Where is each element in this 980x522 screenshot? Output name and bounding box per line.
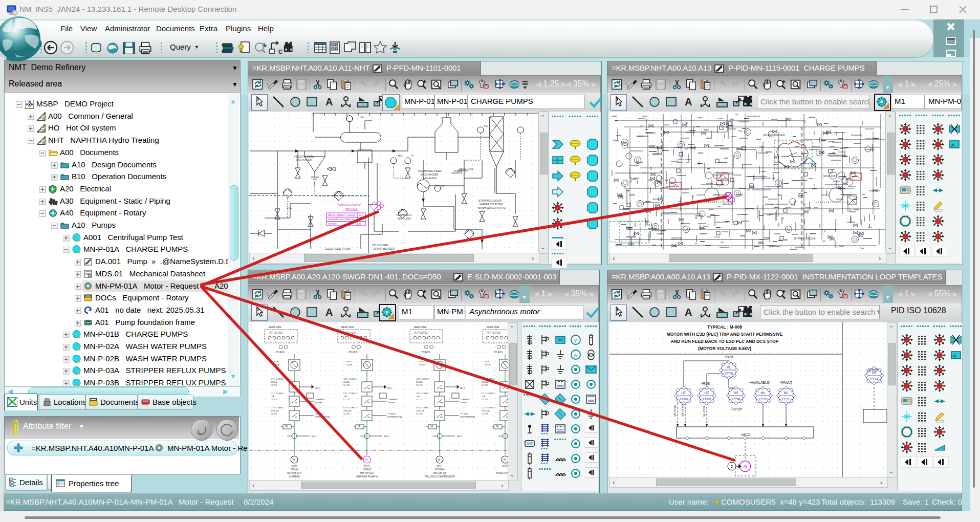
svg-text:CL 1.0: CL 1.0 bbox=[271, 398, 277, 401]
svg-text:CT1, CORE-1: CT1, CORE-1 bbox=[482, 378, 495, 380]
svg-text:630 A: 630 A bbox=[346, 363, 352, 366]
svg-text:UC: UC bbox=[704, 391, 709, 395]
svg-text:MTR: MTR bbox=[503, 464, 508, 467]
svg-text:16″-PAN-100013-B: 16″-PAN-100013-B bbox=[794, 237, 816, 240]
svg-text:CT1, CORE-1: CT1, CORE-1 bbox=[416, 378, 430, 380]
svg-text:~STOP: ~STOP bbox=[730, 407, 742, 411]
svg-text:VCB: VCB bbox=[485, 360, 489, 363]
svg-text:MTR: MTR bbox=[437, 464, 443, 467]
svg-text:POWER: POWER bbox=[328, 223, 337, 225]
svg-text:ML-YYYA: ML-YYYA bbox=[703, 405, 706, 417]
svg-text:AND RUN FEED BACK TO ESD PLC A: AND RUN FEED BACK TO ESD PLC AND DCS STO… bbox=[671, 339, 779, 344]
svg-text:DRAIN HEADER: DRAIN HEADER bbox=[374, 247, 395, 250]
svg-text:MY-YYYB: MY-YYYB bbox=[673, 405, 677, 417]
svg-text:2501A: 2501A bbox=[482, 381, 488, 383]
svg-text:REAR SIDE: REAR SIDE bbox=[341, 326, 354, 329]
svg-text:TO BUS: TO BUS bbox=[387, 412, 396, 415]
svg-text:HIC: HIC bbox=[398, 154, 403, 157]
svg-text:MN-CM-03: MN-CM-03 bbox=[433, 471, 446, 474]
svg-text:→TO ECS: →TO ECS bbox=[419, 351, 430, 354]
svg-text:FIC: FIC bbox=[287, 206, 292, 209]
svg-text:5A: 5A bbox=[496, 425, 498, 427]
svg-text:→TO ECS: →TO ECS bbox=[492, 351, 503, 354]
svg-text:EXCHANGER: EXCHANGER bbox=[421, 173, 439, 176]
svg-text:45: 45 bbox=[359, 223, 361, 225]
svg-text:CL-PS: CL-PS bbox=[271, 412, 277, 415]
svg-text:NR-1: NR-1 bbox=[457, 435, 462, 438]
svg-text:YYYA: YYYA bbox=[870, 377, 879, 381]
svg-text:CT1, CORE-2: CT1, CORE-2 bbox=[416, 392, 430, 395]
svg-text:FIC: FIC bbox=[467, 237, 471, 240]
svg-text:NR-1: NR-1 bbox=[315, 387, 320, 389]
svg-text:CT1, CORE-2: CT1, CORE-2 bbox=[271, 392, 285, 395]
svg-text:WATER TO TOTAL: WATER TO TOTAL bbox=[480, 203, 504, 206]
svg-text:NR-1: NR-1 bbox=[387, 387, 393, 389]
svg-text:630 A: 630 A bbox=[274, 363, 279, 366]
svg-text:CHARGE: CHARGE bbox=[289, 475, 300, 478]
svg-text:CBCT: CBCT bbox=[432, 435, 439, 438]
svg-text:~RUN: ~RUN bbox=[723, 355, 733, 359]
svg-text:TIC: TIC bbox=[484, 124, 488, 127]
svg-text:(MOTOR VOLTAGE 6.6kV): (MOTOR VOLTAGE 6.6kV) bbox=[698, 346, 751, 351]
svg-text:SIGNAL: SIGNAL bbox=[315, 401, 323, 404]
svg-text:SIGNAL: SIGNAL bbox=[387, 401, 396, 404]
svg-text:TYPICAL : M-008: TYPICAL : M-008 bbox=[707, 324, 742, 330]
svg-text:MN-E-01A: MN-E-01A bbox=[423, 177, 437, 180]
svg-text:CT1, CORE-1: CT1, CORE-1 bbox=[271, 378, 285, 380]
svg-text:DIFFERENTIAL: DIFFERENTIAL bbox=[387, 416, 403, 418]
svg-text:CL-PS: CL-PS bbox=[416, 412, 423, 415]
svg-text:5A: 5A bbox=[358, 425, 360, 427]
svg-text:CL 1.0: CL 1.0 bbox=[343, 398, 350, 401]
svg-text:-VA: -VA bbox=[482, 395, 485, 398]
svg-text:CT3, CORE-1: CT3, CORE-1 bbox=[482, 406, 495, 409]
svg-text:CT3, CORE-1: CT3, CORE-1 bbox=[343, 406, 357, 409]
svg-text:STRIPPED SOUR: STRIPPED SOUR bbox=[478, 199, 502, 202]
svg-text:CL-PS: CL-PS bbox=[343, 412, 350, 415]
svg-text:YYYA: YYYA bbox=[725, 372, 734, 375]
svg-text:5A: 5A bbox=[430, 425, 433, 427]
svg-text:FUEL GAS: FUEL GAS bbox=[460, 167, 473, 170]
svg-text:~RUN: ~RUN bbox=[701, 382, 710, 385]
svg-text:630 A: 630 A bbox=[419, 363, 425, 366]
svg-text:CL 1.0: CL 1.0 bbox=[482, 398, 488, 401]
svg-text:3500,1A: 3500,1A bbox=[416, 409, 424, 412]
svg-text:SENSOR: SENSOR bbox=[671, 237, 682, 240]
svg-text:MN-PM-04A: MN-PM-04A bbox=[287, 471, 301, 474]
svg-text:3500,1A: 3500,1A bbox=[271, 409, 279, 412]
svg-text:MTR: MTR bbox=[292, 464, 297, 467]
svg-text:NR-1: NR-1 bbox=[460, 387, 465, 389]
svg-text:NO FLOW: NO FLOW bbox=[398, 217, 411, 220]
svg-text:CL-PS: CL-PS bbox=[482, 412, 488, 415]
svg-text:MN-P-01A: MN-P-01A bbox=[345, 207, 358, 210]
svg-text:MTR: MTR bbox=[364, 464, 370, 467]
svg-text:-VA: -VA bbox=[343, 395, 347, 398]
svg-text:CL-PS: CL-PS bbox=[271, 384, 277, 386]
svg-text:*AT* *E1**E1*: *AT* *E1**E1* bbox=[269, 332, 283, 334]
svg-text:CT1, CORE-2: CT1, CORE-2 bbox=[343, 392, 357, 395]
svg-text:VCB: VCB bbox=[346, 360, 351, 363]
svg-text:MN-P-01B: MN-P-01B bbox=[823, 175, 836, 178]
svg-text:ML: ML bbox=[760, 391, 765, 395]
svg-text:CBCT: CBCT bbox=[287, 435, 293, 438]
svg-text:YYYC: YYYC bbox=[781, 397, 791, 401]
svg-text:-VA: -VA bbox=[271, 395, 274, 398]
svg-text:2501A: 2501A bbox=[271, 381, 277, 383]
svg-text:5A: 5A bbox=[285, 425, 288, 427]
svg-text:300kW: 300kW bbox=[290, 468, 298, 471]
svg-text:TO BUS: TO BUS bbox=[460, 412, 468, 415]
svg-text:630 A: 630 A bbox=[485, 363, 490, 366]
svg-text:DIFFERENTIAL HEAD (M): DIFFERENTIAL HEAD (M) bbox=[328, 218, 355, 221]
svg-text:M: M bbox=[744, 464, 747, 469]
svg-text:TIC: TIC bbox=[359, 115, 364, 118]
svg-text:REAR SIDE: REAR SIDE bbox=[414, 326, 426, 329]
svg-text:300kW: 300kW bbox=[363, 468, 371, 471]
svg-text:~STOP: ~STOP bbox=[867, 368, 879, 372]
svg-text:SIGNAL: SIGNAL bbox=[460, 401, 468, 404]
svg-text:MN-P-01A: MN-P-01A bbox=[722, 171, 734, 175]
svg-text:C: C bbox=[278, 49, 282, 55]
svg-text:CL-PS: CL-PS bbox=[343, 384, 350, 386]
svg-text:DIFFERENTIAL: DIFFERENTIAL bbox=[315, 416, 330, 418]
svg-text:M: M bbox=[438, 458, 440, 461]
svg-text:CL-PS: CL-PS bbox=[416, 384, 423, 386]
svg-text:~AVAILABLE: ~AVAILABLE bbox=[749, 381, 770, 384]
